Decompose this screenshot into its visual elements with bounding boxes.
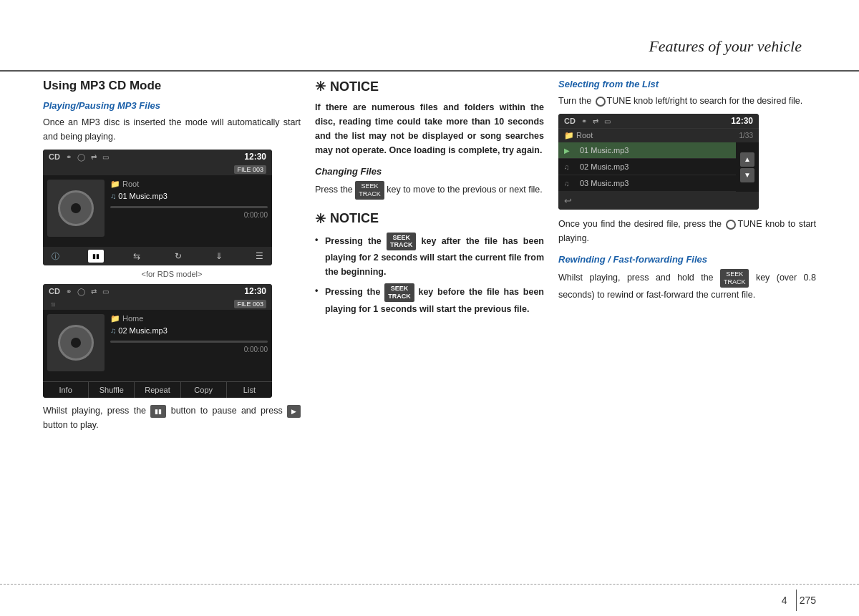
signal-icon-1: ◯	[77, 153, 85, 161]
rds-note: <for RDS model>	[43, 270, 301, 278]
list-item-1[interactable]: ▶ 01 Music.mp3	[558, 142, 736, 159]
bluetooth-icon-2: ⚭	[66, 288, 72, 295]
list-count: 1/33	[739, 132, 753, 140]
cd-label-2: CD	[49, 287, 60, 295]
footer-page-sub: 275	[800, 595, 816, 606]
cd-info-1: 📁 Root ♫ 01 Music.mp3 0:00:00	[110, 180, 268, 243]
list-folder: 📁 Root	[564, 131, 593, 140]
list-scroll-btns: ▲ ▼	[736, 142, 759, 192]
mid-column: ✳ NOTICE If there are numerous files and…	[315, 79, 544, 580]
cd-body-1: 📁 Root ♫ 01 Music.mp3 0:00:00	[43, 175, 272, 247]
list-screen: CD ⚭ ⇄ ▭ 12:30 📁 Root 1/33 ▶ 01 Mu	[558, 114, 759, 210]
cd-screen-2-top: CD ⚭ ◯ ⇄ ▭ 12:30	[43, 284, 272, 298]
sub4-text: Whilst playing, press and hold the SEEKT…	[558, 269, 816, 302]
scroll-up-btn[interactable]: ▲	[740, 152, 754, 167]
bluetooth-icon-1: ⚭	[66, 153, 72, 161]
pause-button-1[interactable]: ▮▮	[88, 250, 104, 263]
cd-folder-2: 📁 Home	[110, 314, 268, 323]
cd-track-2: ♫ 02 Music.mp3	[110, 326, 268, 335]
music-icon-2: ♫	[564, 163, 576, 171]
section-title: Using MP3 CD Mode	[43, 79, 301, 93]
screen-bottom-bar: Info Shuffle Repeat Copy List	[43, 381, 272, 398]
cd-file-badge-row-2: ◾ FILE 003	[43, 298, 272, 310]
bullet-1: Pressing the SEEKTRACK key after the fil…	[315, 233, 544, 280]
left-column: Using MP3 CD Mode Playing/Pausing MP3 Fi…	[43, 79, 301, 580]
sub3-text2: Once you find the desired file, press th…	[558, 217, 816, 245]
pause-inline-btn: ▮▮	[150, 405, 166, 418]
page-header: Features of your vehicle	[0, 0, 859, 72]
cd-album-art-2	[47, 314, 105, 371]
copy-bar-btn[interactable]: Copy	[181, 382, 227, 398]
sub1-text: Once an MP3 disc is inserted the mode wi…	[43, 115, 301, 144]
cd-track-1: ♫ 01 Music.mp3	[110, 192, 268, 200]
sub1-title: Playing/Pausing MP3 Files	[43, 100, 301, 111]
seek-btn-3: SEEKTRACK	[384, 283, 414, 302]
list-screen-top: CD ⚭ ⇄ ▭ 12:30	[558, 114, 759, 128]
list-bat-icon: ▭	[604, 117, 611, 125]
list-item-text-1: 01 Music.mp3	[580, 146, 730, 155]
footer-page: 4 275	[782, 590, 816, 611]
shuffle-icon-1[interactable]: ⇆	[129, 250, 145, 263]
notice1-text: If there are numerous files and folders …	[315, 100, 544, 157]
cd-controls-1: ⓘ ▮▮ ⇆ ↻ ⇓ ☰	[43, 247, 272, 265]
cd-file-badge-row-1: FILE 003	[43, 164, 272, 175]
media-icon-2: ⇄	[91, 288, 97, 295]
list-item-text-2: 02 Music.mp3	[580, 162, 730, 171]
info-icon-1[interactable]: ⓘ	[47, 250, 63, 263]
notice2-header: ✳ NOTICE	[315, 211, 544, 227]
list-item-2[interactable]: ♫ 02 Music.mp3	[558, 159, 736, 175]
cd-time-1: 12:30	[244, 152, 266, 162]
music-icon-3: ♫	[564, 180, 576, 187]
seek-btn-1: SEEKTRACK	[355, 181, 384, 200]
seek-btn-right: SEEKTRACK	[720, 269, 749, 288]
signal-icon-2: ◯	[77, 288, 85, 295]
list-time: 12:30	[731, 116, 753, 126]
tune-knob-icon-2	[726, 220, 736, 230]
list-signal-icon: ⇄	[593, 117, 598, 125]
main-content: Using MP3 CD Mode Playing/Pausing MP3 Fi…	[43, 79, 816, 580]
cd-album-art-1	[47, 180, 105, 237]
cd-time-2: 12:30	[244, 286, 266, 296]
scroll-down-btn[interactable]: ▼	[740, 168, 754, 182]
cd-disc-center-1	[71, 203, 81, 213]
cd-screen-2: CD ⚭ ◯ ⇄ ▭ 12:30 ◾ FILE 003	[43, 284, 272, 398]
shuffle-bar-btn[interactable]: Shuffle	[89, 382, 135, 398]
seek-btn-2: SEEKTRACK	[387, 233, 417, 251]
list-icon-1[interactable]: ☰	[252, 250, 268, 263]
sub2-title: Changing Files	[315, 166, 544, 177]
sub4-title: Rewinding / Fast-forwarding Files	[558, 254, 816, 265]
media-icon-1: ⇄	[91, 153, 97, 161]
battery-icon-1: ▭	[102, 153, 109, 161]
sub3-text: Turn the TUNE knob left/right to search …	[558, 94, 816, 108]
cd-body-2: 📁 Home ♫ 02 Music.mp3 0:00:00	[43, 310, 272, 381]
pause-text: Whilst playing, press the ▮▮ button to p…	[43, 404, 301, 432]
cd-info-2: 📁 Home ♫ 02 Music.mp3 0:00:00	[110, 314, 268, 377]
cd-timer-2: 0:00:00	[110, 346, 268, 353]
cd-timer-1: 0:00:00	[110, 211, 268, 219]
notice2-bullets: Pressing the SEEKTRACK key after the fil…	[315, 233, 544, 316]
notice1-star: ✳	[315, 79, 326, 94]
list-bar-btn[interactable]: List	[227, 382, 272, 398]
repeat-icon-1[interactable]: ↻	[170, 250, 186, 263]
play-icon-1: ▶	[564, 147, 576, 155]
list-item-text-3: 03 Music.mp3	[580, 179, 730, 187]
notice1-label: NOTICE	[330, 79, 379, 94]
back-icon[interactable]: ↩	[564, 195, 572, 206]
header-title: Features of your vehicle	[649, 37, 802, 56]
cd-file-badge-2: FILE 003	[234, 300, 266, 308]
sub2-text: Press the SEEKTRACK key to move to the p…	[315, 181, 544, 200]
list-body: ▶ 01 Music.mp3 ♫ 02 Music.mp3 ♫ 03 Music…	[558, 142, 759, 192]
play-inline-btn: ▶	[287, 405, 301, 418]
cd-screen-1-top: CD ⚭ ◯ ⇄ ▭ 12:30	[43, 150, 272, 164]
tune-knob-icon	[596, 97, 606, 107]
info-bar-btn[interactable]: Info	[43, 382, 89, 398]
cd-disc-2	[58, 325, 94, 361]
footer-divider	[796, 590, 797, 611]
page-footer: 4 275	[0, 584, 859, 616]
save-icon-1[interactable]: ⇓	[211, 250, 227, 263]
cd-file-badge-1: FILE 003	[234, 165, 266, 174]
list-item-3[interactable]: ♫ 03 Music.mp3	[558, 175, 736, 192]
repeat-bar-btn[interactable]: Repeat	[135, 382, 180, 398]
cd-progress-1	[110, 206, 268, 208]
cd-disc-center-2	[71, 338, 81, 348]
